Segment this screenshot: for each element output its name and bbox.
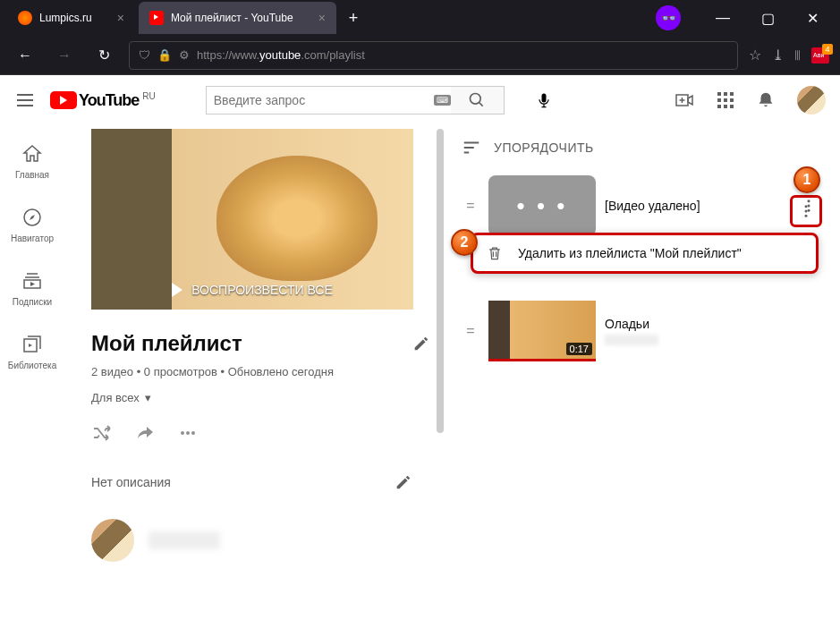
youtube-header: YouTube RU ⌨ [0, 75, 840, 125]
browser-toolbar: ← → ↻ 🛡 🔒 ⚙ https://www.youtube.com/play… [0, 36, 840, 75]
svg-point-16 [191, 431, 195, 435]
more-horizontal-icon[interactable] [177, 422, 199, 444]
video-title: Оладьи [605, 317, 658, 331]
shield-icon[interactable]: 🛡 [139, 48, 150, 62]
sidebar-item-library[interactable]: Библиотека [0, 319, 64, 383]
apps-grid-icon[interactable] [717, 91, 734, 109]
annotation-callout-2: 2 [451, 229, 478, 256]
svg-rect-10 [724, 105, 727, 108]
browser-tab-strip: Lumpics.ru × Мой плейлист - YouTube × + … [0, 0, 840, 36]
favicon-lumpics [18, 11, 32, 25]
bookmark-icon[interactable]: ☆ [749, 47, 761, 64]
svg-rect-9 [717, 105, 721, 108]
item-menu-icon[interactable] [795, 198, 822, 214]
library-icon[interactable]: ⫴ [794, 47, 801, 64]
context-menu: Удалить из плейлиста "Мой плейлист" [471, 233, 819, 274]
playlist-info-panel: ВОСПРОИЗВЕСТИ ВСЕ Мой плейлист 2 видео •… [64, 125, 431, 620]
context-menu-delete[interactable]: Удалить из плейлиста "Мой плейлист" [518, 246, 742, 260]
browser-tab-lumpics[interactable]: Lumpics.ru × [7, 2, 135, 34]
svg-point-15 [186, 431, 190, 435]
svg-rect-8 [730, 98, 734, 102]
svg-rect-1 [541, 94, 546, 103]
forward-button[interactable]: → [50, 47, 79, 64]
svg-rect-7 [724, 98, 727, 102]
search-input[interactable] [206, 86, 465, 115]
chevron-down-icon: ▾ [145, 391, 151, 404]
reload-button[interactable]: ↻ [89, 47, 118, 64]
search-button[interactable] [451, 86, 505, 115]
permissions-icon[interactable]: ⚙ [179, 48, 190, 62]
annotation-callout-1: 1 [793, 166, 820, 193]
play-icon [172, 283, 182, 297]
svg-point-18 [808, 205, 810, 208]
lock-icon[interactable]: 🔒 [157, 48, 172, 62]
tab-close-icon[interactable]: × [117, 11, 124, 25]
tab-title: Мой плейлист - YouTube [171, 12, 293, 24]
youtube-logo-icon [50, 91, 77, 109]
keyboard-icon[interactable]: ⌨ [434, 95, 451, 106]
svg-rect-5 [730, 92, 734, 96]
youtube-page: YouTube RU ⌨ [0, 75, 840, 620]
library-icon [21, 334, 43, 355]
svg-rect-4 [724, 92, 727, 96]
drag-handle-icon[interactable]: = [462, 323, 479, 339]
video-thumbnail-deleted: • • • [488, 175, 596, 236]
owner-name [148, 531, 220, 549]
edit-description-icon[interactable] [394, 472, 413, 492]
video-duration: 0:17 [566, 343, 592, 355]
video-channel [605, 335, 658, 345]
playlist-meta: 2 видео • 0 просмотров • Обновлено сегод… [91, 365, 431, 378]
minimize-button[interactable]: — [702, 2, 743, 34]
downloads-icon[interactable]: ⤓ [772, 47, 784, 64]
voice-search-icon[interactable] [526, 82, 562, 118]
video-title: [Видео удалено] [605, 199, 700, 213]
svg-point-0 [471, 94, 481, 105]
subscriptions-icon [21, 270, 43, 292]
back-button[interactable]: ← [11, 47, 39, 64]
new-tab-button[interactable]: + [340, 9, 368, 28]
playlist-thumbnail[interactable]: ВОСПРОИЗВЕСТИ ВСЕ [91, 129, 413, 310]
notifications-icon[interactable] [756, 90, 776, 110]
youtube-logo[interactable]: YouTube RU [50, 91, 156, 110]
drag-handle-icon[interactable]: = [462, 198, 479, 214]
close-window-button[interactable]: ✕ [792, 2, 833, 34]
svg-point-14 [181, 431, 184, 435]
svg-rect-11 [730, 105, 734, 108]
share-icon[interactable] [134, 422, 156, 444]
favicon-youtube [149, 11, 164, 25]
trash-icon [486, 244, 504, 262]
shuffle-icon[interactable] [91, 422, 113, 444]
maximize-button[interactable]: ▢ [747, 2, 788, 34]
playlist-items-panel: УПОРЯДОЧИТЬ = • • • [Видео удалено] [462, 125, 840, 620]
user-avatar[interactable] [797, 86, 826, 115]
hamburger-menu-icon[interactable] [14, 89, 36, 111]
svg-point-19 [808, 209, 810, 212]
sort-button[interactable]: УПОРЯДОЧИТЬ [462, 125, 822, 170]
svg-rect-3 [717, 92, 721, 96]
playlist-video-item[interactable]: = 0:17 Оладьи [462, 295, 822, 367]
youtube-sidebar: Главная Навигатор Подписки Библиотека [0, 125, 64, 620]
browser-tab-youtube[interactable]: Мой плейлист - YouTube × [139, 2, 336, 34]
sidebar-item-subscriptions[interactable]: Подписки [0, 256, 64, 319]
incognito-icon: 👓 [656, 5, 681, 30]
owner-avatar [91, 519, 134, 562]
play-all-button[interactable]: ВОСПРОИЗВЕСТИ ВСЕ [172, 283, 333, 297]
sort-icon [462, 138, 481, 157]
url-bar[interactable]: 🛡 🔒 ⚙ https://www.youtube.com/playlist [129, 41, 738, 70]
youtube-region: RU [142, 91, 155, 101]
video-thumbnail: 0:17 [488, 301, 596, 361]
sidebar-item-home[interactable]: Главная [0, 129, 64, 192]
youtube-logo-text: YouTube [79, 91, 139, 110]
edit-title-icon[interactable] [412, 334, 431, 353]
sidebar-item-explore[interactable]: Навигатор [0, 192, 64, 256]
playlist-video-item[interactable]: = • • • [Видео удалено] [462, 170, 822, 242]
playlist-owner[interactable] [91, 519, 431, 562]
tab-close-icon[interactable]: × [318, 11, 326, 25]
url-text: https://www.youtube.com/playlist [197, 48, 365, 62]
svg-point-17 [808, 200, 810, 202]
extension-badge[interactable]: Ави4 [811, 47, 829, 64]
scrollbar-thumb[interactable] [437, 129, 444, 433]
playlist-title: Мой плейлист [91, 331, 412, 356]
create-video-icon[interactable] [674, 89, 695, 111]
playlist-privacy-dropdown[interactable]: Для всех ▾ [91, 391, 431, 404]
